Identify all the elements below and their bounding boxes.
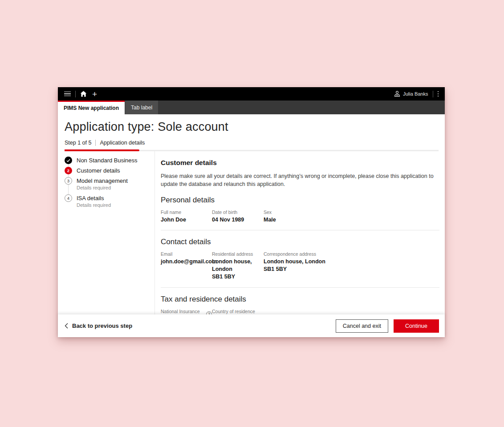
section-personal-details: Personal details Full name John Doe Date… (161, 196, 439, 231)
stepper-sidebar: Non Standard Business 2 Customer details… (58, 151, 155, 314)
chevron-left-icon (65, 323, 68, 329)
stepper-item-label: Model management (77, 177, 128, 184)
action-footer: Back to previous step Cancel and exit Co… (58, 314, 445, 337)
field-country-of-residence: Country of residence United Kingdom (212, 309, 264, 314)
step-indicator-divider (95, 140, 96, 146)
topbar-divider (75, 91, 76, 97)
field-national-insurance-number: National Insurance number ? TS1234567 (161, 309, 212, 314)
topbar-divider (433, 91, 433, 97)
section-title: Contact details (161, 238, 439, 246)
step-number-badge: 2 (65, 167, 72, 174)
more-options-icon[interactable] (438, 87, 439, 101)
home-icon[interactable] (80, 87, 87, 101)
field-label: Country of residence (212, 309, 264, 314)
help-icon[interactable]: ? (206, 311, 212, 315)
tab-label: Tab label (131, 105, 152, 111)
field-residential-address: Residential address London house, London… (212, 251, 264, 281)
cancel-button[interactable]: Cancel and exit (336, 319, 388, 333)
tab-pims-new-application[interactable]: PIMS New application (58, 101, 125, 114)
check-icon (65, 157, 72, 164)
field-value: 04 Nov 1989 (212, 216, 264, 224)
field-value: London house, London SB1 5BY (264, 258, 439, 273)
field-value: London house, London SB1 5BY (212, 258, 264, 281)
tab-bar: PIMS New application Tab label (58, 101, 445, 114)
tab-secondary[interactable]: Tab label (125, 101, 158, 114)
stepper-item-customer-details[interactable]: 2 Customer details (65, 167, 154, 174)
page-header: Application type: Sole account Step 1 of… (58, 114, 445, 151)
field-sex: Sex Male (264, 209, 439, 224)
form-content: Customer details Please make sure all yo… (155, 151, 445, 314)
stepper-item-label: Customer details (77, 167, 120, 174)
stepper-item-label: ISA details (77, 195, 104, 201)
stepper-item-label: Non Standard Business (77, 157, 138, 164)
menu-icon[interactable] (64, 87, 71, 101)
back-button[interactable]: Back to previous step (65, 322, 132, 329)
field-date-of-birth: Date of birth 04 Nov 1989 (212, 209, 264, 224)
page-title: Application type: Sole account (65, 120, 439, 134)
user-icon (394, 91, 400, 97)
field-value: john.doe@gmail.com (161, 258, 212, 266)
field-label: Residential address (212, 251, 264, 257)
stepper-item-status: Details required (77, 202, 154, 209)
stepper-item-status: Details required (77, 185, 154, 192)
application-window: + Julia Banks PIMS New application Tab l… (58, 87, 445, 337)
field-label: Email (161, 251, 212, 257)
intro-text: Please make sure all your details are co… (161, 173, 439, 189)
field-label: Date of birth (212, 209, 264, 215)
field-value: Male (264, 216, 439, 224)
field-label: Correspondence address (264, 251, 439, 257)
continue-button[interactable]: Continue (394, 319, 439, 333)
user-name: Julia Banks (403, 91, 428, 97)
step-count: Step 1 of 5 (65, 140, 91, 146)
top-bar: + Julia Banks (58, 87, 445, 101)
stepper-item-isa-details[interactable]: 4 ISA details Details required (65, 194, 154, 209)
field-email: Email john.doe@gmail.com (161, 251, 212, 281)
section-title: Personal details (161, 196, 439, 205)
user-menu[interactable]: Julia Banks (394, 91, 428, 97)
stepper-item-model-management[interactable]: 3 Model management Details required (65, 177, 154, 192)
field-label: National Insurance number (161, 309, 204, 314)
step-name: Application details (100, 140, 145, 146)
back-button-label: Back to previous step (72, 322, 132, 329)
field-label: Full name (161, 209, 212, 215)
section-title: Tax and residence details (161, 295, 439, 304)
field-value: John Doe (161, 216, 212, 224)
section-contact-details: Contact details Email john.doe@gmail.com… (161, 238, 439, 288)
tab-label: PIMS New application (64, 105, 119, 111)
field-full-name: Full name John Doe (161, 209, 212, 224)
content-heading: Customer details (161, 159, 439, 167)
step-indicator: Step 1 of 5 Application details (65, 140, 439, 146)
step-number-badge: 4 (65, 194, 72, 202)
field-label: Sex (264, 209, 439, 215)
step-number-badge: 3 (65, 177, 72, 185)
add-tab-icon[interactable]: + (87, 87, 97, 101)
field-correspondence-address: Correspondence address London house, Lon… (264, 251, 439, 281)
stepper-item-non-standard-business[interactable]: Non Standard Business (65, 157, 154, 164)
section-tax-residence-details: Tax and residence details National Insur… (161, 295, 439, 314)
